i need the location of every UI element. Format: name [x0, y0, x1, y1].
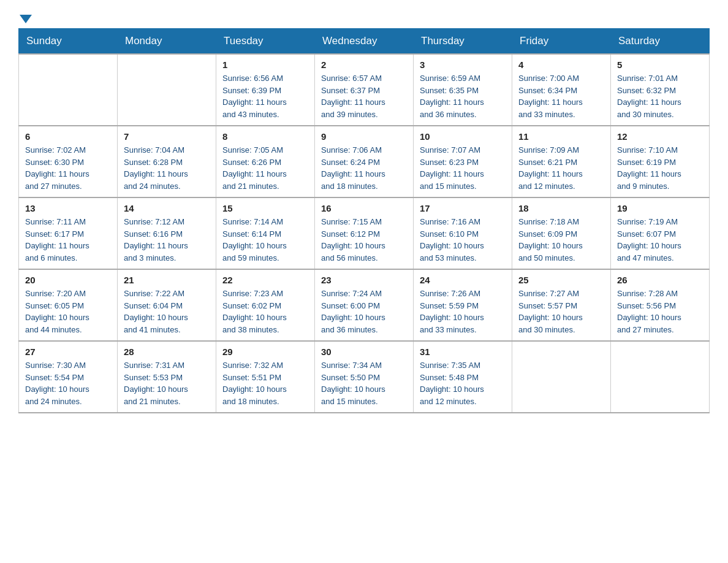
day-number: 14 [124, 203, 210, 213]
day-number: 2 [321, 59, 407, 70]
day-info: Sunrise: 7:28 AM Sunset: 5:56 PM Dayligh… [617, 288, 703, 335]
day-info: Sunrise: 7:23 AM Sunset: 6:02 PM Dayligh… [222, 288, 308, 335]
day-info: Sunrise: 7:05 AM Sunset: 6:26 PM Dayligh… [222, 144, 308, 192]
day-info: Sunrise: 7:06 AM Sunset: 6:24 PM Dayligh… [321, 144, 407, 192]
day-info: Sunrise: 7:30 AM Sunset: 5:54 PM Dayligh… [25, 359, 111, 407]
weekday-header-saturday: Saturday [611, 29, 710, 55]
day-number: 15 [222, 203, 308, 213]
day-info: Sunrise: 7:24 AM Sunset: 6:00 PM Dayligh… [321, 288, 407, 335]
day-number: 7 [124, 131, 210, 142]
calendar-cell: 1Sunrise: 6:56 AM Sunset: 6:39 PM Daylig… [216, 54, 315, 126]
day-info: Sunrise: 7:15 AM Sunset: 6:12 PM Dayligh… [321, 216, 407, 264]
day-number: 23 [321, 275, 407, 285]
day-number: 6 [25, 131, 111, 142]
calendar-table: SundayMondayTuesdayWednesdayThursdayFrid… [18, 28, 710, 413]
calendar-cell: 13Sunrise: 7:11 AM Sunset: 6:17 PM Dayli… [19, 197, 118, 269]
day-info: Sunrise: 7:35 AM Sunset: 5:48 PM Dayligh… [420, 359, 506, 407]
calendar-cell: 10Sunrise: 7:07 AM Sunset: 6:23 PM Dayli… [414, 126, 512, 197]
calendar-cell: 31Sunrise: 7:35 AM Sunset: 5:48 PM Dayli… [414, 341, 512, 413]
day-number: 17 [420, 203, 506, 213]
day-number: 20 [25, 275, 111, 285]
calendar-cell: 24Sunrise: 7:26 AM Sunset: 5:59 PM Dayli… [414, 269, 512, 341]
calendar-week-5: 27Sunrise: 7:30 AM Sunset: 5:54 PM Dayli… [19, 341, 710, 413]
day-info: Sunrise: 7:31 AM Sunset: 5:53 PM Dayligh… [124, 359, 210, 407]
calendar-cell: 25Sunrise: 7:27 AM Sunset: 5:57 PM Dayli… [512, 269, 611, 341]
calendar-cell: 11Sunrise: 7:09 AM Sunset: 6:21 PM Dayli… [512, 126, 611, 197]
day-number: 18 [518, 203, 604, 213]
weekday-header-sunday: Sunday [19, 29, 118, 55]
calendar-cell: 16Sunrise: 7:15 AM Sunset: 6:12 PM Dayli… [315, 197, 414, 269]
day-number: 26 [617, 275, 703, 285]
calendar-cell: 20Sunrise: 7:20 AM Sunset: 6:05 PM Dayli… [19, 269, 118, 341]
day-info: Sunrise: 7:12 AM Sunset: 6:16 PM Dayligh… [124, 216, 210, 264]
calendar-cell [512, 341, 611, 413]
calendar-cell: 3Sunrise: 6:59 AM Sunset: 6:35 PM Daylig… [414, 54, 512, 126]
calendar-cell: 30Sunrise: 7:34 AM Sunset: 5:50 PM Dayli… [315, 341, 414, 413]
day-number: 16 [321, 203, 407, 213]
calendar-cell [611, 341, 710, 413]
weekday-header-friday: Friday [512, 29, 611, 55]
calendar-cell: 5Sunrise: 7:01 AM Sunset: 6:32 PM Daylig… [611, 54, 710, 126]
day-info: Sunrise: 7:34 AM Sunset: 5:50 PM Dayligh… [321, 359, 407, 407]
calendar-cell: 7Sunrise: 7:04 AM Sunset: 6:28 PM Daylig… [118, 126, 216, 197]
calendar-cell: 14Sunrise: 7:12 AM Sunset: 6:16 PM Dayli… [118, 197, 216, 269]
calendar-cell: 28Sunrise: 7:31 AM Sunset: 5:53 PM Dayli… [118, 341, 216, 413]
calendar-cell: 15Sunrise: 7:14 AM Sunset: 6:14 PM Dayli… [216, 197, 315, 269]
calendar-week-1: 1Sunrise: 6:56 AM Sunset: 6:39 PM Daylig… [19, 54, 710, 126]
day-info: Sunrise: 7:10 AM Sunset: 6:19 PM Dayligh… [617, 144, 703, 192]
day-info: Sunrise: 7:09 AM Sunset: 6:21 PM Dayligh… [518, 144, 604, 192]
calendar-cell: 29Sunrise: 7:32 AM Sunset: 5:51 PM Dayli… [216, 341, 315, 413]
day-number: 11 [518, 131, 604, 142]
day-number: 24 [420, 275, 506, 285]
calendar-cell: 23Sunrise: 7:24 AM Sunset: 6:00 PM Dayli… [315, 269, 414, 341]
day-info: Sunrise: 7:26 AM Sunset: 5:59 PM Dayligh… [420, 288, 506, 335]
day-number: 25 [518, 275, 604, 285]
day-number: 12 [617, 131, 703, 142]
day-info: Sunrise: 7:14 AM Sunset: 6:14 PM Dayligh… [222, 216, 308, 264]
day-number: 29 [222, 347, 308, 357]
calendar-cell: 17Sunrise: 7:16 AM Sunset: 6:10 PM Dayli… [414, 197, 512, 269]
calendar-week-3: 13Sunrise: 7:11 AM Sunset: 6:17 PM Dayli… [19, 197, 710, 269]
day-number: 19 [617, 203, 703, 213]
calendar-cell: 4Sunrise: 7:00 AM Sunset: 6:34 PM Daylig… [512, 54, 611, 126]
weekday-header-thursday: Thursday [414, 29, 512, 55]
weekday-header-monday: Monday [118, 29, 216, 55]
day-number: 30 [321, 347, 407, 357]
day-number: 31 [420, 347, 506, 357]
calendar-cell: 21Sunrise: 7:22 AM Sunset: 6:04 PM Dayli… [118, 269, 216, 341]
day-info: Sunrise: 7:20 AM Sunset: 6:05 PM Dayligh… [25, 288, 111, 335]
day-number: 8 [222, 131, 308, 142]
day-number: 10 [420, 131, 506, 142]
calendar-cell: 9Sunrise: 7:06 AM Sunset: 6:24 PM Daylig… [315, 126, 414, 197]
day-number: 28 [124, 347, 210, 357]
day-info: Sunrise: 7:19 AM Sunset: 6:07 PM Dayligh… [617, 216, 703, 264]
calendar-week-2: 6Sunrise: 7:02 AM Sunset: 6:30 PM Daylig… [19, 126, 710, 197]
day-info: Sunrise: 7:32 AM Sunset: 5:51 PM Dayligh… [222, 359, 308, 407]
day-number: 13 [25, 203, 111, 213]
calendar-cell: 19Sunrise: 7:19 AM Sunset: 6:07 PM Dayli… [611, 197, 710, 269]
calendar-cell: 22Sunrise: 7:23 AM Sunset: 6:02 PM Dayli… [216, 269, 315, 341]
day-info: Sunrise: 7:00 AM Sunset: 6:34 PM Dayligh… [518, 72, 604, 120]
day-number: 9 [321, 131, 407, 142]
calendar-cell: 12Sunrise: 7:10 AM Sunset: 6:19 PM Dayli… [611, 126, 710, 197]
page-header [18, 12, 710, 22]
day-info: Sunrise: 7:27 AM Sunset: 5:57 PM Dayligh… [518, 288, 604, 335]
calendar-cell: 18Sunrise: 7:18 AM Sunset: 6:09 PM Dayli… [512, 197, 611, 269]
calendar-week-4: 20Sunrise: 7:20 AM Sunset: 6:05 PM Dayli… [19, 269, 710, 341]
day-number: 4 [518, 59, 604, 70]
calendar-cell [118, 54, 216, 126]
day-number: 3 [420, 59, 506, 70]
calendar-cell: 6Sunrise: 7:02 AM Sunset: 6:30 PM Daylig… [19, 126, 118, 197]
day-number: 27 [25, 347, 111, 357]
calendar-cell: 27Sunrise: 7:30 AM Sunset: 5:54 PM Dayli… [19, 341, 118, 413]
calendar-cell: 2Sunrise: 6:57 AM Sunset: 6:37 PM Daylig… [315, 54, 414, 126]
logo [18, 12, 32, 22]
day-info: Sunrise: 6:57 AM Sunset: 6:37 PM Dayligh… [321, 72, 407, 120]
day-info: Sunrise: 7:11 AM Sunset: 6:17 PM Dayligh… [25, 216, 111, 264]
day-info: Sunrise: 7:22 AM Sunset: 6:04 PM Dayligh… [124, 288, 210, 335]
day-info: Sunrise: 7:16 AM Sunset: 6:10 PM Dayligh… [420, 216, 506, 264]
day-info: Sunrise: 7:18 AM Sunset: 6:09 PM Dayligh… [518, 216, 604, 264]
day-info: Sunrise: 7:02 AM Sunset: 6:30 PM Dayligh… [25, 144, 111, 192]
day-info: Sunrise: 7:01 AM Sunset: 6:32 PM Dayligh… [617, 72, 703, 120]
weekday-header-tuesday: Tuesday [216, 29, 315, 55]
